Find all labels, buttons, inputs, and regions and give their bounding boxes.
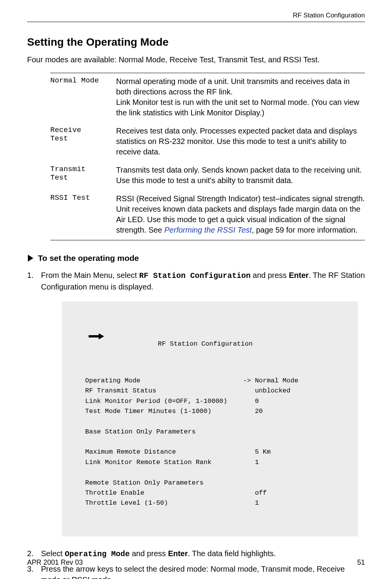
mode-name: RSSI Test bbox=[50, 194, 116, 235]
step-2-key: Enter bbox=[168, 549, 188, 558]
mode-description: Receives test data only. Processes expec… bbox=[116, 126, 365, 157]
modes-table: Normal ModeNormal operating mode of a un… bbox=[50, 73, 365, 240]
mode-row: Transmit TestTransmits test data only. S… bbox=[50, 162, 365, 190]
step-2-mid: and press bbox=[130, 549, 168, 558]
mode-description: Transmits test data only. Sends known pa… bbox=[116, 165, 365, 186]
step-3-text: Press the arrow keys to select the desir… bbox=[41, 565, 345, 579]
mode-name: Receive Test bbox=[50, 126, 116, 157]
section-title: Setting the Operating Mode bbox=[27, 36, 365, 48]
mode-row: Normal ModeNormal operating mode of a un… bbox=[50, 73, 365, 123]
mode-description: RSSI (Received Signal Strength Indicator… bbox=[116, 194, 365, 235]
step-1: From the Main Menu, select RF Station Co… bbox=[27, 270, 365, 292]
arrow-right-icon bbox=[27, 254, 36, 262]
svg-rect-1 bbox=[89, 335, 99, 337]
terminal-body: Operating Mode -> Normal Mode RF Transmi… bbox=[85, 376, 349, 508]
subheader-row: To set the operating mode bbox=[27, 254, 365, 263]
svg-marker-0 bbox=[28, 255, 33, 262]
page-header-right: RF Station Configuration bbox=[27, 12, 365, 19]
mode-name: Transmit Test bbox=[50, 165, 116, 186]
svg-marker-2 bbox=[99, 333, 104, 339]
mode-name: Normal Mode bbox=[50, 76, 116, 118]
step-1-mid: and press bbox=[250, 271, 289, 279]
intro-paragraph: Four modes are available: Normal Mode, R… bbox=[27, 55, 365, 64]
step-2-command: Operating Mode bbox=[65, 550, 130, 558]
step-1-prefix: From the Main Menu, select bbox=[41, 271, 139, 279]
step-2-prefix: Select bbox=[41, 549, 65, 558]
step-2: Select Operating Mode and press Enter. T… bbox=[27, 548, 365, 560]
header-rule bbox=[27, 22, 365, 22]
mode-description: Normal operating mode of a unit. Unit tr… bbox=[116, 76, 365, 118]
terminal-title: RF Station Configuration bbox=[62, 339, 349, 349]
step-1-key: Enter bbox=[289, 271, 308, 279]
footer-page-number: 51 bbox=[357, 558, 365, 567]
step-1-command: RF Station Configuration bbox=[139, 271, 250, 280]
mode-row: RSSI TestRSSI (Received Signal Strength … bbox=[50, 190, 365, 240]
page-footer: APR 2001 Rev 03 51 bbox=[27, 558, 365, 567]
arrow-right-icon bbox=[65, 323, 104, 353]
subheader-title: To set the operating mode bbox=[38, 254, 139, 263]
step-2-suffix: . The data field highlights. bbox=[188, 549, 276, 558]
terminal-screenshot: RF Station Configuration Operating Mode … bbox=[62, 301, 358, 536]
mode-row: Receive TestReceives test data only. Pro… bbox=[50, 123, 365, 162]
steps-list-1: From the Main Menu, select RF Station Co… bbox=[27, 270, 365, 292]
footer-left: APR 2001 Rev 03 bbox=[27, 558, 83, 567]
